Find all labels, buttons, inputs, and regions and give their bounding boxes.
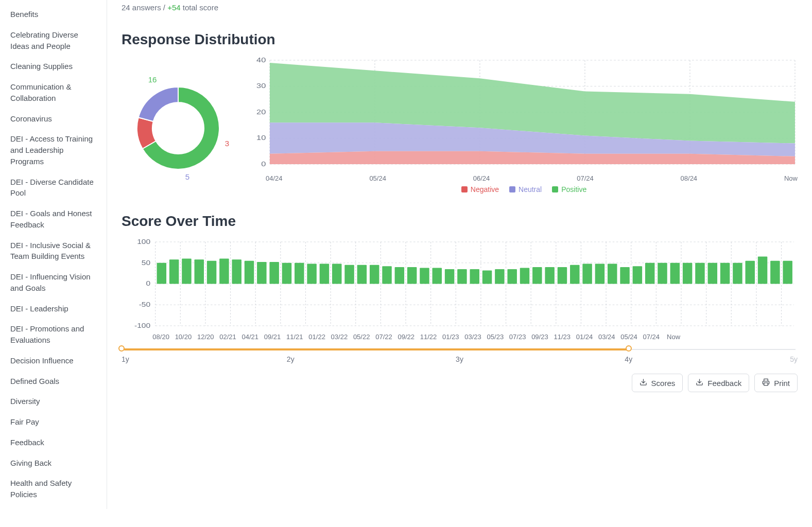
sidebar-item[interactable]: Giving Back [0,453,107,473]
bar-x-tick: 01/23 [440,333,462,341]
svg-rect-87 [595,264,604,284]
svg-rect-69 [370,265,379,284]
slider-tick-label[interactable]: 1y [122,355,129,363]
bar-x-tick: 12/20 [195,333,217,341]
sidebar-item[interactable]: Coronavirus [0,109,107,129]
question-meta: 24 answers / +54 total score [122,0,798,12]
sidebar-item[interactable]: Communication & Collaboration [0,77,107,109]
svg-rect-81 [520,268,529,284]
area-x-tick: Now [784,174,798,182]
sidebar-item[interactable]: Fair Pay [0,412,107,432]
export-actions: Scores Feedback Print [122,374,798,392]
svg-text:-50: -50 [139,301,150,308]
sidebar-item[interactable]: Diversity [0,391,107,412]
sidebar-item[interactable]: DEI - Goals and Honest Feedback [0,203,107,235]
legend-positive: Positive [552,185,586,194]
svg-rect-73 [420,268,429,284]
svg-text:0: 0 [261,161,266,168]
answers-count: 24 answers / [122,3,167,12]
sidebar-item[interactable]: Decision Influence [0,350,107,371]
svg-rect-85 [570,265,579,284]
main-content: 24 answers / +54 total score Response Di… [107,0,812,509]
slider-handle[interactable] [626,345,632,352]
svg-rect-57 [219,259,229,284]
scores-button[interactable]: Scores [632,374,683,392]
svg-rect-77 [470,269,479,284]
donut-chart: 1635 [122,57,235,194]
time-range-slider[interactable]: 1y2y3y4y5y [122,346,798,366]
sidebar-item[interactable]: Celebrating Diverse Ideas and People [0,25,107,57]
svg-rect-82 [532,267,542,284]
svg-rect-72 [407,267,417,284]
bar-x-tick: Now [662,333,684,341]
score-over-time-heading: Score Over Time [122,213,798,230]
svg-rect-63 [295,263,304,284]
legend-negative: Negative [461,185,499,194]
sidebar-item[interactable]: DEI - Leadership [0,298,107,319]
sidebar-item[interactable]: Health and Safety Policies [0,473,107,505]
bar-x-tick: 05/23 [484,333,506,341]
svg-rect-56 [207,261,216,284]
svg-rect-68 [357,265,367,284]
svg-rect-76 [457,269,467,284]
sidebar-item[interactable]: DEI - Diverse Candidate Pool [0,172,107,204]
download-icon [640,378,647,388]
svg-rect-65 [320,264,329,284]
svg-rect-102 [783,261,792,284]
sidebar-item[interactable]: DEI - Influencing Vision and Goals [0,267,107,298]
svg-rect-98 [733,263,742,284]
area-x-tick: 08/24 [681,174,698,182]
sidebar-item[interactable]: Defined Goals [0,371,107,392]
svg-rect-100 [758,257,767,284]
bar-x-tick: 03/24 [596,333,618,341]
slider-tick-label[interactable]: 5y [790,355,798,363]
svg-rect-75 [445,269,454,284]
svg-rect-91 [645,263,654,284]
bar-x-tick: 05/24 [618,333,640,341]
sidebar-item[interactable]: DEI - Promotions and Evaluations [0,319,107,350]
sidebar-item[interactable]: DEI - Access to Training and Leadership … [0,129,107,171]
svg-rect-90 [633,266,642,284]
bar-x-tick: 05/22 [351,333,373,341]
bar-x-tick: 03/22 [328,333,350,341]
bar-x-tick: 07/22 [373,333,395,341]
total-score-value: +54 [167,3,180,12]
svg-rect-53 [169,259,179,284]
svg-rect-55 [195,259,204,284]
svg-rect-80 [507,269,516,284]
svg-rect-96 [708,263,717,284]
svg-rect-59 [245,261,254,284]
sidebar-item[interactable]: DEI - Inclusive Social & Team Building E… [0,235,107,267]
area-legend: Negative Neutral Positive [250,185,798,194]
slider-tick-label[interactable]: 3y [456,355,463,363]
svg-rect-74 [433,268,442,284]
bar-x-tick: 01/22 [306,333,328,341]
slider-handle[interactable] [118,345,125,352]
total-score-suffix: total score [181,3,218,12]
donut-label-positive: 16 [148,75,157,84]
svg-rect-92 [658,263,667,284]
print-button[interactable]: Print [754,374,798,392]
bar-x-tick: 04/21 [239,333,261,341]
sidebar-item[interactable]: Benefits [0,4,107,25]
bar-chart: -100-50050100 08/2010/2012/2002/2104/210… [122,239,798,341]
svg-text:0: 0 [146,280,150,288]
bar-x-tick: 09/23 [529,333,551,341]
svg-rect-79 [495,269,504,284]
svg-rect-88 [608,264,617,284]
slider-tick-label[interactable]: 2y [287,355,295,363]
slider-tick-label[interactable]: 4y [625,355,632,363]
bar-x-tick: 08/20 [150,333,172,341]
sidebar-item[interactable]: Feedback [0,432,107,453]
bar-x-tick: 11/23 [551,333,573,341]
svg-rect-94 [683,263,692,284]
svg-rect-89 [620,267,629,284]
bar-x-tick: 10/20 [172,333,194,341]
feedback-button[interactable]: Feedback [688,374,749,392]
svg-rect-97 [720,263,730,284]
area-x-tick: 07/24 [577,174,594,182]
bar-x-tick: 07/23 [507,333,529,341]
sidebar-item[interactable]: Cleaning Supplies [0,56,107,77]
svg-text:100: 100 [137,239,150,245]
svg-rect-67 [344,265,354,284]
